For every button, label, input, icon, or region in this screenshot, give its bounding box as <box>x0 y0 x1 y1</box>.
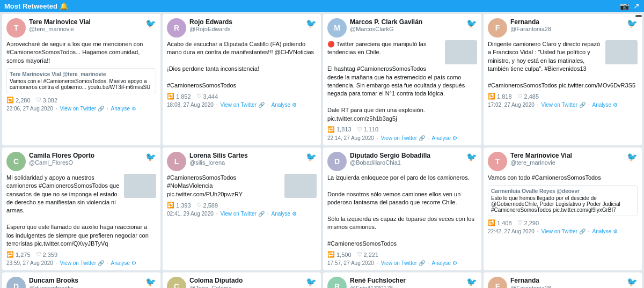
tweet-stats: 🔁 1,852 ♡ 3,444 <box>167 93 317 100</box>
tweet-card: F Fernanda @Farantonia28 🐦 nov(19)Tomás … <box>484 272 642 288</box>
avatar: D <box>327 152 347 171</box>
tweet-footer: 18:08, 27 Aug 2020 · View on Twitter 🔗 ·… <box>167 102 317 108</box>
view-on-twitter-link[interactable]: View on Twitter 🔗 <box>381 135 425 141</box>
view-on-twitter-link[interactable]: View on Twitter 🔗 <box>541 228 586 234</box>
tweet-header: F Fernanda @Farantonia28 🐦 <box>488 277 638 288</box>
analyse-link[interactable]: Analyse ⚙ <box>272 211 297 217</box>
like-icon: ♡ <box>36 251 41 258</box>
twitter-bird-icon[interactable]: 🐦 <box>627 152 638 162</box>
avatar: R <box>327 277 347 288</box>
tweet-text: Vamos con todo #CamionerosSomosTodos <box>488 174 638 182</box>
retweet-icon: 🔁 <box>167 202 174 209</box>
display-name: Lorena Silis Cartes <box>189 152 306 159</box>
twitter-bird-icon[interactable]: 🐦 <box>627 18 638 28</box>
retweet-count: 🔁 1,500 <box>327 251 352 258</box>
quoted-text: Vamos con el #CamionerosSomosTodos. Masi… <box>10 78 153 90</box>
user-info: Camila Flores Oporto @Cami_FloresO <box>29 152 145 166</box>
display-name: Fernanda <box>510 277 627 284</box>
tweet-card: R René Fuchslocher @Fnix41330175 🐦 Mañan… <box>323 272 481 288</box>
screen-name: @tere_marinovie <box>29 26 145 32</box>
tweet-header: F Fernanda @Farantonia28 🐦 <box>488 18 638 38</box>
user-info: Rojo Edwards @RojoEdwards <box>189 18 306 32</box>
like-count: ♡ 2,221 <box>357 251 379 258</box>
camera-icon[interactable]: 📷 <box>620 2 629 10</box>
like-icon: ♡ <box>196 93 202 100</box>
twitter-bird-icon[interactable]: 🐦 <box>466 18 477 28</box>
tweet-header: T Tere Marinovice Vial @tere_marinovie 🐦 <box>6 18 156 38</box>
twitter-bird-icon[interactable]: 🐦 <box>306 18 317 28</box>
analyse-link[interactable]: Analyse ⚙ <box>592 228 618 234</box>
analyse-link[interactable]: Analyse ⚙ <box>111 106 136 112</box>
analyse-link[interactable]: Analyse ⚙ <box>592 102 618 108</box>
twitter-bird-icon[interactable]: 🐦 <box>627 277 638 287</box>
tweet-image <box>284 174 317 198</box>
like-icon: ♡ <box>517 93 523 100</box>
tweet-card: R Rojo Edwards @RojoEdwards 🐦 Acabo de e… <box>163 14 321 145</box>
twitter-bird-icon[interactable]: 🐦 <box>466 277 477 287</box>
view-on-twitter-link[interactable]: View on Twitter 🔗 <box>541 102 586 108</box>
retweet-count: 🔁 1,275 <box>6 251 31 258</box>
view-on-twitter-link[interactable]: View on Twitter 🔗 <box>221 211 265 217</box>
tweet-footer: 22:14, 27 Aug 2020 · View on Twitter 🔗 ·… <box>327 135 477 141</box>
like-count: ♡ 1,110 <box>357 126 379 133</box>
like-icon: ♡ <box>357 126 362 133</box>
tweet-card: M Marcos P. Clark Gavilán @MarcosClarkG … <box>323 14 481 145</box>
display-name: Rojo Edwards <box>189 18 306 26</box>
tweet-card: D Diputado Sergio Bobadilla @Bobadillaro… <box>323 147 481 271</box>
screen-name: @RojoEdwards <box>189 26 306 32</box>
analyse-link[interactable]: Analyse ⚙ <box>272 102 297 108</box>
retweet-count: 🔁 1,852 <box>167 93 191 100</box>
avatar: C <box>6 152 26 171</box>
tweet-stats: 🔁 1,818 ♡ 2,485 <box>488 93 638 100</box>
avatar: F <box>488 277 507 288</box>
like-count: ♡ 2,485 <box>517 93 539 100</box>
avatar: L <box>167 152 186 171</box>
twitter-bird-icon[interactable]: 🐦 <box>466 152 477 162</box>
tweet-timestamp: 22:14, 27 Aug 2020 <box>327 135 374 141</box>
analyse-link[interactable]: Analyse ⚙ <box>111 260 136 266</box>
user-info: Tere Marinovice Vial @tere_marinovie <box>510 152 627 166</box>
view-on-twitter-link[interactable]: View on Twitter 🔗 <box>221 102 265 108</box>
twitter-bird-icon[interactable]: 🐦 <box>145 277 156 287</box>
retweet-icon: 🔁 <box>488 219 495 226</box>
tweet-header: C Coloma Diputado @Tono_Coloma 🐦 <box>167 277 317 288</box>
twitter-bird-icon[interactable]: 🐦 <box>306 152 317 162</box>
retweet-icon: 🔁 <box>488 93 495 100</box>
view-on-twitter-link[interactable]: View on Twitter 🔗 <box>60 260 104 266</box>
like-count: ♡ 2,589 <box>196 202 218 209</box>
retweet-count: 🔁 2,280 <box>6 97 31 104</box>
twitter-bird-icon[interactable]: 🐦 <box>145 152 156 162</box>
tweet-timestamp: 23:59, 27 Aug 2020 <box>6 260 53 266</box>
twitter-bird-icon[interactable]: 🐦 <box>306 277 317 287</box>
tweet-stats: 🔁 1,393 ♡ 2,589 <box>167 202 317 209</box>
user-info: René Fuchslocher @Fnix41330175 <box>350 277 466 288</box>
tweet-footer: 17:57, 27 Aug 2020 · View on Twitter 🔗 ·… <box>327 260 477 266</box>
tweet-image <box>124 174 156 198</box>
retweet-icon: 🔁 <box>327 126 335 133</box>
avatar: F <box>488 18 507 38</box>
tweet-card: F Fernanda @Farantonia28 🐦 Dirigente cam… <box>484 14 642 145</box>
tweet-footer: 22:06, 27 Aug 2020 · View on Twitter 🔗 ·… <box>6 106 156 112</box>
more-tweets-tooltip <box>635 15 642 17</box>
retweet-icon: 🔁 <box>6 251 14 258</box>
tweet-card: T Tere Marinovice Vial @tere_marinovie 🐦… <box>484 147 642 271</box>
tweet-header: T Tere Marinovice Vial @tere_marinovie 🐦 <box>488 152 638 171</box>
twitter-bird-icon[interactable]: 🐦 <box>145 18 156 28</box>
like-icon: ♡ <box>357 251 362 258</box>
analyse-link[interactable]: Analyse ⚙ <box>432 135 457 141</box>
expand-icon[interactable]: ↗ <box>633 2 640 10</box>
display-name: Tere Marinovice Vial <box>29 18 145 26</box>
view-on-twitter-link[interactable]: View on Twitter 🔗 <box>60 106 104 112</box>
tweet-timestamp: 18:08, 27 Aug 2020 <box>167 102 214 108</box>
tweet-footer: 02:41, 29 Aug 2020 · View on Twitter 🔗 ·… <box>167 211 317 217</box>
like-count: ♡ 3,082 <box>36 97 58 104</box>
tweet-header: M Marcos P. Clark Gavilán @MarcosClarkG … <box>327 18 477 38</box>
analyse-link[interactable]: Analyse ⚙ <box>432 260 457 266</box>
retweet-count: 🔁 1,813 <box>327 126 352 133</box>
avatar: T <box>488 152 507 171</box>
tweet-header: C Camila Flores Oporto @Cami_FloresO 🐦 <box>6 152 156 171</box>
tweet-stats: 🔁 1,275 ♡ 2,359 <box>6 251 156 258</box>
view-on-twitter-link[interactable]: View on Twitter 🔗 <box>381 260 425 266</box>
tweet-text: Aprovecharé de seguir a los que me menci… <box>6 40 156 65</box>
tweet-header: D Duncam Brooks @duncambrooks 🐦 <box>6 277 156 288</box>
